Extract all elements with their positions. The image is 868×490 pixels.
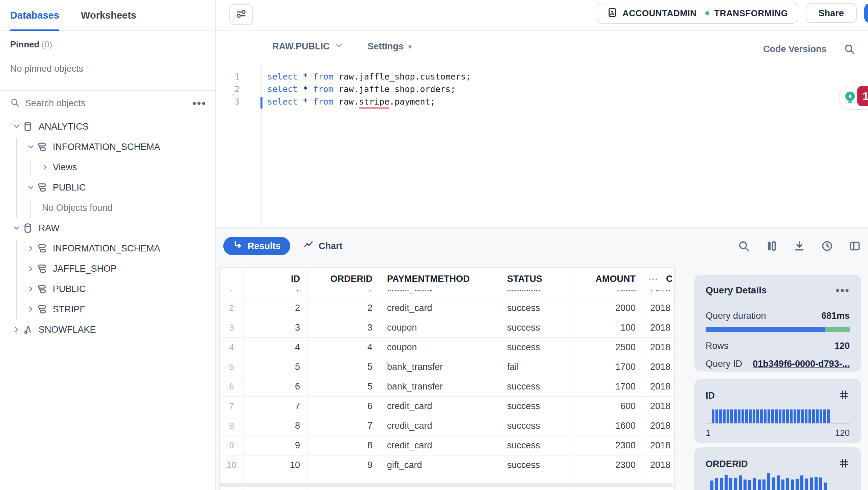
sql-code-line[interactable]: 1select * from raw.jaffle_shop.customers… bbox=[219, 70, 868, 83]
table-row[interactable]: 555bank_transferfail17002018 bbox=[220, 357, 674, 377]
histogram-bar bbox=[772, 477, 775, 490]
tree-item-raw[interactable]: RAW bbox=[0, 218, 215, 238]
histogram-bar bbox=[734, 478, 737, 490]
tree-chevron-icon[interactable] bbox=[26, 142, 36, 152]
column-overflow-icon[interactable]: ⋯ bbox=[648, 273, 659, 285]
rows-label: Rows bbox=[706, 341, 729, 351]
editor-search-icon[interactable] bbox=[844, 43, 855, 56]
query-details-more-icon[interactable]: ••• bbox=[836, 287, 850, 294]
column-header-c[interactable]: ⋯C bbox=[643, 268, 674, 290]
context-selector[interactable]: RAW.PUBLIC bbox=[272, 41, 343, 52]
table-cell: 5 bbox=[220, 357, 244, 377]
table-row[interactable]: 333couponsuccess1002018 bbox=[220, 318, 674, 338]
orderid-histogram[interactable] bbox=[710, 473, 827, 490]
role-warehouse-selector[interactable]: ACCOUNTADMIN TRANSFORMING bbox=[597, 3, 798, 24]
line-number: 2 bbox=[219, 85, 239, 94]
id-histogram[interactable] bbox=[706, 408, 850, 424]
tree-item-views[interactable]: Views bbox=[0, 157, 215, 177]
suggestion-pill[interactable]: 1 bbox=[839, 87, 868, 110]
table-cell: 1600 bbox=[569, 416, 643, 436]
sql-code-line[interactable]: 2select * from raw.jaffle_shop.orders; bbox=[219, 83, 868, 95]
tab-chart[interactable]: Chart bbox=[303, 237, 343, 255]
histogram-bar bbox=[827, 409, 830, 423]
tree-chevron-icon[interactable] bbox=[12, 325, 22, 335]
table-row[interactable] bbox=[220, 475, 674, 490]
snowsight-worksheet-window: Databases Worksheets Pinned(0) No pinned… bbox=[0, 0, 868, 490]
tree-item-jaffle-shop[interactable]: JAFFLE_SHOP bbox=[0, 259, 215, 279]
table-cell: 8 bbox=[220, 416, 244, 436]
sidebar-more-options-icon[interactable]: ••• bbox=[192, 100, 206, 107]
histogram-bar bbox=[734, 409, 737, 423]
sql-code-line[interactable]: 3select * from raw.stripe.payment; bbox=[219, 95, 868, 108]
table-cell: 7 bbox=[244, 397, 308, 416]
tree-item-information-schema[interactable]: INFORMATION_SCHEMA bbox=[0, 238, 215, 259]
query-id-link[interactable]: 01b349f6-0000-d793-... bbox=[753, 359, 850, 369]
column-header-id[interactable]: ID bbox=[244, 268, 308, 290]
settings-dropdown[interactable]: Settings ▾ bbox=[368, 41, 412, 52]
column-header-paymentmethod[interactable]: PAYMENTMETHOD bbox=[380, 268, 500, 290]
object-search[interactable]: Search objects ••• bbox=[10, 95, 206, 111]
share-button[interactable]: Share bbox=[806, 3, 857, 23]
application-icon bbox=[22, 324, 36, 335]
histogram-bar bbox=[777, 475, 780, 490]
suggestion-count-badge: 1 bbox=[857, 86, 868, 106]
tab-results[interactable]: Results bbox=[223, 237, 290, 255]
tab-worksheets[interactable]: Worksheets bbox=[81, 0, 136, 30]
id-max-label: 120 bbox=[835, 428, 850, 438]
tree-chevron-icon[interactable] bbox=[26, 264, 36, 274]
schema-icon bbox=[37, 243, 50, 254]
history-clock-icon[interactable] bbox=[821, 240, 833, 252]
table-cell: success bbox=[500, 377, 569, 397]
table-row[interactable]: 998credit_cardsuccess23002018 bbox=[220, 436, 674, 455]
filters-button[interactable] bbox=[229, 4, 253, 25]
sql-editor[interactable]: 1select * from raw.jaffle_shop.customers… bbox=[219, 70, 868, 108]
table-cell: 3 bbox=[220, 318, 244, 338]
download-icon[interactable] bbox=[793, 240, 806, 252]
histogram-bar bbox=[779, 409, 781, 423]
table-cell: bank_transfer bbox=[380, 357, 500, 377]
horizontal-scrollbar[interactable] bbox=[219, 483, 673, 487]
caret-down-icon: ▾ bbox=[408, 43, 412, 51]
tree-chevron-icon[interactable] bbox=[12, 121, 22, 132]
query-id-label: Query ID bbox=[706, 359, 742, 369]
table-row[interactable]: 776credit_cardsuccess6002018 bbox=[220, 397, 674, 416]
table-row[interactable]: 665bank_transfersuccess17002018 bbox=[220, 377, 674, 397]
sql-code-text: select * from raw.stripe.payment; bbox=[267, 97, 435, 107]
column-header-status[interactable]: STATUS bbox=[500, 268, 569, 290]
tree-item-information-schema[interactable]: INFORMATION_SCHEMA bbox=[0, 137, 215, 157]
table-cell bbox=[244, 475, 308, 490]
table-row[interactable]: 222credit_cardsuccess20002018 bbox=[220, 298, 674, 318]
tree-item-stripe[interactable]: STRIPE bbox=[0, 299, 215, 319]
table-cell: 2500 bbox=[569, 338, 643, 357]
table-row[interactable]: 444couponsuccess25002018 bbox=[220, 338, 674, 357]
histogram-bar bbox=[729, 478, 732, 490]
column-header-amount[interactable]: AMOUNT bbox=[569, 268, 643, 290]
table-cell: bank_transfer bbox=[380, 377, 500, 397]
table-row[interactable]: 10109gift_cardsuccess23002018 bbox=[220, 455, 674, 475]
tree-chevron-icon[interactable] bbox=[26, 243, 36, 253]
table-row[interactable]: 887credit_cardsuccess16002018 bbox=[220, 416, 674, 436]
columns-icon[interactable] bbox=[765, 240, 778, 252]
tree-chevron-icon[interactable] bbox=[12, 223, 22, 233]
tab-databases[interactable]: Databases bbox=[10, 0, 59, 30]
tree-chevron-icon[interactable] bbox=[26, 284, 36, 294]
results-table[interactable]: 111credit_cardsuccess10002018222credit_c… bbox=[219, 267, 675, 490]
histogram-bar bbox=[815, 477, 818, 490]
search-results-icon[interactable] bbox=[737, 240, 750, 252]
tree-chevron-icon[interactable] bbox=[40, 162, 50, 172]
histogram-bar bbox=[794, 409, 796, 423]
tree-item-public[interactable]: PUBLIC bbox=[0, 177, 215, 198]
tree-item-snowflake[interactable]: SNOWFLAKE bbox=[0, 319, 215, 340]
split-panel-icon[interactable] bbox=[848, 240, 861, 252]
tree-item-analytics[interactable]: ANALYTICS bbox=[0, 116, 215, 137]
tree-item-label: ANALYTICS bbox=[39, 121, 89, 132]
run-button[interactable] bbox=[864, 3, 868, 23]
code-versions-link[interactable]: Code Versions bbox=[763, 44, 827, 54]
tree-item-public[interactable]: PUBLIC bbox=[0, 279, 215, 299]
sql-text: raw.jaffle_shop.customers; bbox=[334, 72, 471, 82]
column-header-orderid[interactable]: ORDERID bbox=[308, 268, 380, 290]
tree-chevron-icon[interactable] bbox=[26, 304, 36, 314]
duration-breakdown-bar bbox=[706, 327, 850, 332]
play-icon[interactable] bbox=[864, 9, 868, 18]
tree-chevron-icon[interactable] bbox=[26, 182, 36, 193]
